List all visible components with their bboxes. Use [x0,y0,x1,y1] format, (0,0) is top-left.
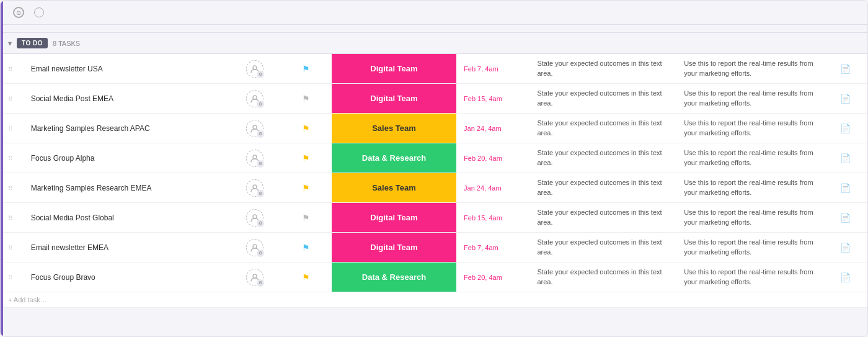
goals-cell[interactable]: State your expected outcomes in this tex… [529,114,676,143]
drag-handle[interactable]: ⠿ [8,155,12,162]
files-cell[interactable]: 📄 [823,173,867,203]
assignee-cell[interactable]: ⚙ [229,114,280,143]
team-cell[interactable]: Digital Team [332,203,456,233]
output-text: Use this to report the real-time results… [684,179,813,195]
gear-icon: ⚙ [257,190,264,197]
col-drag-header [1,25,24,33]
goals-cell[interactable]: State your expected outcomes in this tex… [529,54,676,84]
drag-handle[interactable]: ⠿ [8,185,12,192]
team-cell[interactable]: Digital Team [332,54,456,84]
section-header-row: ▾ TO DO 8 TASKS [1,33,867,54]
avatar[interactable]: ⚙ [246,179,264,197]
files-cell[interactable]: 📄 [823,233,867,263]
output-cell[interactable]: Use this to report the real-time results… [676,143,823,173]
task-name-cell[interactable]: Social Media Post Global [24,203,229,233]
goals-cell[interactable]: State your expected outcomes in this tex… [529,173,676,203]
assignee-cell[interactable]: ⚙ [229,263,280,292]
avatar[interactable]: ⚙ [246,269,264,286]
output-text: Use this to report the real-time results… [684,89,813,106]
output-cell[interactable]: Use this to report the real-time results… [676,263,823,292]
col-priority-header [280,25,332,33]
assignee-cell[interactable]: ⚙ [229,173,280,203]
avatar[interactable]: ⚙ [246,150,264,167]
files-cell[interactable]: 📄 [823,203,867,233]
output-cell[interactable]: Use this to report the real-time results… [676,84,823,114]
col-task-header [24,25,229,33]
due-date: Feb 7, 4am [464,65,498,73]
priority-cell[interactable]: ⚑ [280,203,332,233]
files-cell[interactable]: 📄 [823,114,867,143]
goals-cell[interactable]: State your expected outcomes in this tex… [529,84,676,114]
table-row: ⠿ Marketing Samples Research EMEA ⚙ ⚑ Sa… [1,173,867,203]
team-cell[interactable]: Data & Research [332,143,456,173]
drag-handle[interactable]: ⠿ [8,215,12,222]
files-cell[interactable]: 📄 [823,84,867,114]
assignee-cell[interactable]: ⚙ [229,233,280,263]
assignee-cell[interactable]: ⚙ [229,203,280,233]
collapse-button[interactable]: ⊙ [13,7,24,18]
priority-cell[interactable]: ⚑ [280,114,332,143]
svg-point-2 [253,125,257,129]
team-badge: Digital Team [332,203,456,232]
section-collapse-icon[interactable]: ▾ [8,39,12,48]
output-cell[interactable]: Use this to report the real-time results… [676,54,823,84]
priority-cell[interactable]: ⚑ [280,233,332,263]
files-cell[interactable]: 📄 [823,54,867,84]
avatar[interactable]: ⚙ [246,120,264,137]
files-cell[interactable]: 📄 [823,263,867,292]
drag-handle[interactable]: ⠿ [8,274,12,281]
task-name-cell[interactable]: Social Media Post EMEA [24,84,229,114]
assignee-cell[interactable]: ⚙ [229,84,280,114]
priority-cell[interactable]: ⚑ [280,84,332,114]
drag-handle[interactable]: ⠿ [8,245,12,251]
output-text: Use this to report the real-time results… [684,60,813,76]
col-output-header [676,25,823,33]
info-icon[interactable] [34,7,44,17]
output-cell[interactable]: Use this to report the real-time results… [676,114,823,143]
team-cell[interactable]: Digital Team [332,233,456,263]
gear-icon: ⚙ [257,130,264,138]
team-cell[interactable]: Digital Team [332,84,456,114]
priority-cell[interactable]: ⚑ [280,263,332,292]
avatar[interactable]: ⚙ [246,90,264,107]
avatar[interactable]: ⚙ [246,60,264,78]
add-task-row[interactable]: + Add task… [1,292,867,308]
priority-flag: ⚑ [302,94,310,104]
goals-cell[interactable]: State your expected outcomes in this tex… [529,263,676,292]
team-cell[interactable]: Sales Team [332,173,456,203]
team-cell[interactable]: Sales Team [332,114,456,143]
file-icon: 📄 [840,213,851,223]
priority-cell[interactable]: ⚑ [280,143,332,173]
new-task-button[interactable] [49,10,59,15]
drag-handle[interactable]: ⠿ [8,96,12,102]
priority-cell[interactable]: ⚑ [280,173,332,203]
goals-cell[interactable]: State your expected outcomes in this tex… [529,143,676,173]
goals-cell[interactable]: State your expected outcomes in this tex… [529,203,676,233]
section-count: 8 TASKS [53,40,80,47]
assignee-cell[interactable]: ⚙ [229,54,280,84]
task-name-cell[interactable]: Focus Group Bravo [24,263,229,292]
task-table: ▾ TO DO 8 TASKS ⠿ Email newsletter USA ⚙… [1,25,867,308]
task-name-cell[interactable]: Focus Group Alpha [24,143,229,173]
drag-handle[interactable]: ⠿ [8,125,12,132]
output-cell[interactable]: Use this to report the real-time results… [676,233,823,263]
assignee-cell[interactable]: ⚙ [229,143,280,173]
task-name-cell[interactable]: Email newsletter EMEA [24,233,229,263]
priority-cell[interactable]: ⚑ [280,54,332,84]
output-cell[interactable]: Use this to report the real-time results… [676,203,823,233]
add-task-hint[interactable]: + Add task… [1,292,867,308]
avatar[interactable]: ⚙ [246,239,264,256]
goals-text: State your expected outcomes in this tex… [537,60,662,76]
files-cell[interactable]: 📄 [823,143,867,173]
output-cell[interactable]: Use this to report the real-time results… [676,173,823,203]
col-duedate-header [456,25,529,33]
task-name-cell[interactable]: Email newsletter USA [24,54,229,84]
drag-handle[interactable]: ⠿ [8,66,12,73]
avatar[interactable]: ⚙ [246,209,264,227]
output-text: Use this to report the real-time results… [684,119,813,136]
task-name-cell[interactable]: Marketing Samples Research EMEA [24,173,229,203]
team-cell[interactable]: Data & Research [332,263,456,292]
goals-cell[interactable]: State your expected outcomes in this tex… [529,233,676,263]
svg-point-0 [253,66,257,70]
task-name-cell[interactable]: Marketing Samples Research APAC [24,114,229,143]
